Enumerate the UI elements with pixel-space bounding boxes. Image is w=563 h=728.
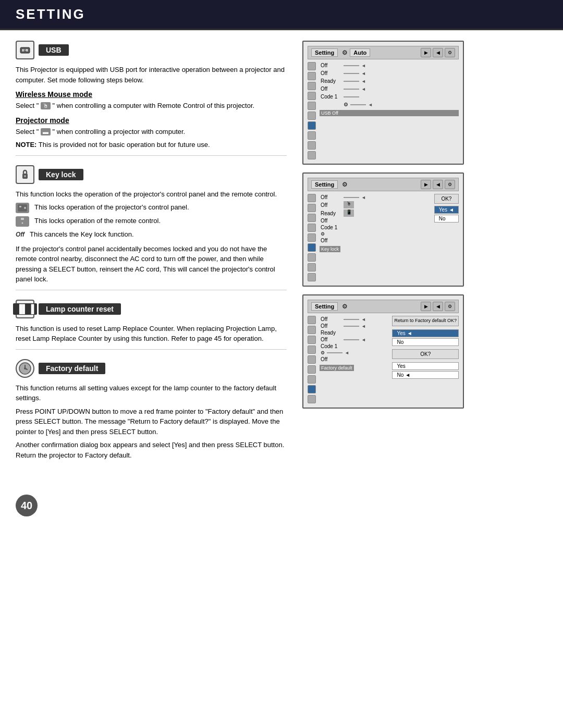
- keylock-sidebar: [308, 194, 317, 281]
- factory-return-text: Return to Factory default OK?: [392, 316, 459, 326]
- keylock-toolbar-icon-2: ◀: [433, 180, 443, 189]
- lamp-icon-graphic: ▐▌▐: [13, 303, 37, 315]
- key-lock-intro: This function locks the operation of the…: [16, 189, 287, 200]
- keylock-ok-area: OK? Yes ◄ No: [434, 194, 459, 281]
- kl-menu-row-2: Off 🖱: [320, 201, 430, 209]
- fd-sidebar-1: [308, 316, 316, 324]
- key-lock-off-text: This cancels the Key lock function.: [30, 229, 133, 240]
- factory-ok-label: OK?: [392, 349, 459, 359]
- page-header: SETTING: [0, 0, 563, 30]
- off-icon: Off: [16, 230, 25, 239]
- kl-sidebar-8: [308, 263, 316, 272]
- keylock-toolbar-icon-3: ⚙: [445, 180, 455, 189]
- factory-toolbar-icon-2: ◀: [433, 302, 443, 311]
- factory-default-icon: [16, 359, 34, 378]
- usb-sidebar: [308, 62, 317, 159]
- toolbar-icon-1: ▶: [421, 48, 431, 57]
- kl-sidebar-3: [308, 214, 316, 222]
- keylock-menu-area: Off ◄ Off 🖱 Ready 📱 Off: [320, 194, 430, 281]
- page-title: SETTING: [16, 6, 547, 22]
- page-number-area: 40: [0, 489, 563, 522]
- panel-lock-text: This locks operation of the projector's …: [34, 202, 189, 213]
- factory-default-section-header: Factory default: [16, 359, 287, 378]
- factory-toolbar-icons: ▶ ◀ ⚙: [421, 302, 455, 311]
- svg-rect-7: [19, 206, 21, 207]
- usb-bar: USB Off: [320, 110, 459, 116]
- wireless-mouse-text: Select " 🖱 " when controlling a computer…: [16, 101, 287, 111]
- kl-menu-row-4: Off: [320, 217, 430, 224]
- svg-text:USB: USB: [22, 48, 28, 52]
- toolbar-icon-3: ⚙: [445, 48, 455, 57]
- sidebar-item-2: [308, 72, 316, 80]
- svg-point-11: [22, 223, 23, 224]
- factory-ui-body: Off ◄ Off ◄ Ready Off ◄: [308, 316, 459, 403]
- panel-lock-icon: [16, 203, 29, 213]
- kl-menu-row-3: Ready 📱: [320, 209, 430, 217]
- sidebar-item-3: [308, 82, 316, 90]
- usb-label: USB: [39, 44, 69, 56]
- projector-mode-text: Select " ▬ " when controlling a projecto…: [16, 127, 287, 137]
- factory-yes2-label: Yes: [397, 363, 405, 369]
- factory-menu-area: Off ◄ Off ◄ Ready Off ◄: [320, 316, 387, 403]
- menu-row-3: Ready ◄: [320, 78, 459, 84]
- lamp-counter-label: Lamp counter reset: [39, 303, 121, 315]
- toolbar-icons: ▶ ◀ ⚙: [421, 48, 455, 57]
- keylock-yes-label: Yes: [439, 207, 447, 213]
- kl-menu-row-6: ⚙: [320, 231, 430, 237]
- factory-toolbar: Setting ⚙ ▶ ◀ ⚙: [308, 300, 459, 313]
- sidebar-item-4: [308, 92, 316, 100]
- keylock-no-btn[interactable]: No: [434, 215, 459, 223]
- fd-sidebar-8: [308, 385, 316, 393]
- kl-sidebar-1: [308, 194, 316, 202]
- menu-row-1: Off ◄: [320, 62, 459, 69]
- factory-no-btn-2[interactable]: No ◄: [392, 371, 459, 379]
- factory-yes1-arrow: ◄: [407, 330, 412, 336]
- key-lock-remote-item: This locks operation of the remote contr…: [16, 216, 287, 227]
- factory-default-bar: Factory default: [320, 365, 354, 371]
- factory-sidebar: [308, 316, 317, 403]
- svg-point-8: [24, 207, 26, 209]
- factory-default-text2: Press POINT UP/DOWN button to move a red…: [16, 406, 287, 437]
- fd-menu-row-7: Off: [320, 356, 387, 363]
- lamp-counter-section-header: ▐▌▐ Lamp counter reset: [16, 300, 287, 318]
- remote-lock-icon: [16, 216, 29, 227]
- key-lock-panel-item: This locks operation of the projector's …: [16, 202, 287, 213]
- factory-toolbar-setting: Setting: [311, 302, 338, 311]
- content-area: USB USB This Projector is equipped with …: [0, 30, 563, 474]
- factory-no1-label: No: [397, 339, 403, 345]
- factory-yes-no-2: Yes No ◄: [392, 362, 459, 379]
- menu-row-4: Off ◄: [320, 85, 459, 92]
- menu-row-6: ⚙ ◄: [320, 101, 459, 108]
- lamp-counter-text: This function is used to reset Lamp Repl…: [16, 324, 287, 344]
- usb-section-header: USB USB: [16, 41, 287, 59]
- keylock-yes-btn[interactable]: Yes ◄: [434, 206, 459, 214]
- toolbar-setting: Setting: [311, 48, 338, 57]
- menu-row-2: Off ◄: [320, 70, 459, 77]
- fd-sidebar-7: [308, 375, 316, 384]
- keylock-ok-label: OK?: [434, 194, 459, 204]
- factory-yes-btn-1[interactable]: Yes ◄: [392, 329, 459, 337]
- fd-menu-row-3: Ready: [320, 329, 387, 336]
- factory-no-btn-1[interactable]: No: [392, 338, 459, 346]
- keylock-no-label: No: [439, 216, 446, 221]
- page-number: 40: [16, 495, 38, 516]
- sidebar-item-9: [308, 141, 316, 150]
- sidebar-item-6: [308, 112, 316, 120]
- kl-sidebar-5: [308, 233, 316, 242]
- factory-toolbar-icon-1: ▶: [421, 302, 431, 311]
- fd-sidebar-3: [308, 336, 316, 344]
- sidebar-item-5: [308, 102, 316, 110]
- factory-screenshot: Setting ⚙ ▶ ◀ ⚙: [302, 294, 464, 409]
- factory-yes-no-1: Yes ◄ No: [392, 329, 459, 346]
- kl-sidebar-7: [308, 253, 316, 262]
- keylock-yes-no: Yes ◄ No: [434, 206, 459, 223]
- factory-yes-btn-2[interactable]: Yes: [392, 362, 459, 370]
- fd-menu-row-5: Code 1: [320, 343, 387, 350]
- kl-menu-row-1: Off ◄: [320, 194, 430, 201]
- svg-point-5: [24, 175, 26, 177]
- usb-toolbar: Setting ⚙ Auto ▶ ◀ ⚙: [308, 46, 459, 59]
- lamp-counter-icon: ▐▌▐: [16, 300, 34, 318]
- factory-dialog-area: Return to Factory default OK? Yes ◄ No O…: [392, 316, 459, 403]
- keylock-yes-arrow: ◄: [449, 207, 454, 213]
- key-lock-off-item: Off This cancels the Key lock function.: [16, 229, 287, 240]
